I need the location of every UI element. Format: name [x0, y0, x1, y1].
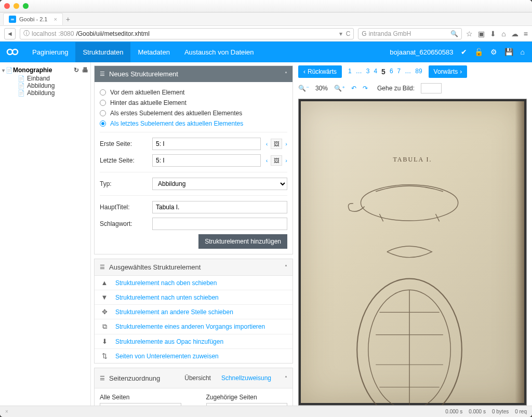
page-num[interactable]: 4	[374, 68, 377, 76]
assoc-pages-label: Zugehörige Seiten	[206, 394, 288, 403]
download-icon[interactable]: ⬇	[490, 30, 496, 38]
rotate-cw-icon[interactable]: ↷	[363, 85, 368, 92]
image-toolbar: 🔍⁻ 30% 🔍⁺ ↶ ↷ Gehe zu Bild:	[298, 78, 527, 99]
schlagwort-input[interactable]	[152, 218, 287, 230]
rotate-ccw-icon[interactable]: ↶	[351, 85, 356, 92]
browser-search[interactable]: G intranda GmbH 🔍	[358, 28, 462, 39]
haupttitel-input[interactable]	[152, 201, 287, 213]
tree-refresh-icon[interactable]: ↻	[74, 66, 79, 74]
goto-input[interactable]	[421, 83, 442, 93]
action-move-other[interactable]: ✥Strukturelement an andere Stelle schieb…	[95, 305, 292, 319]
collapse-icon[interactable]: ˄	[285, 375, 287, 381]
image-viewer[interactable]: TABULA I.	[298, 99, 527, 406]
tree-root[interactable]: ▾ 📄 Monographie ↻ 🖶	[2, 65, 88, 75]
gear-icon[interactable]: ⚙	[490, 48, 497, 56]
page-next-icon[interactable]: ›	[285, 157, 287, 164]
check-icon[interactable]: ✔	[461, 48, 467, 56]
home-icon-app[interactable]: ⌂	[521, 48, 525, 56]
page-image-icon[interactable]: 🖼	[271, 155, 282, 166]
page-image-icon[interactable]: 🖼	[271, 139, 282, 149]
nav-strukturdaten[interactable]: Strukturdaten	[75, 42, 130, 62]
first-page-label: Erste Seite:	[100, 140, 149, 147]
panel-header[interactable]: ☰ Neues Strukturelement ˄	[95, 66, 292, 82]
panel-title: Seitenzuordnung	[109, 374, 160, 382]
nav-back-button[interactable]: ◄	[4, 28, 16, 39]
radio-before[interactable]: Vor dem aktuellen Element	[100, 87, 287, 98]
reload-dropdown[interactable]: ▾ C	[339, 30, 350, 37]
add-struct-button[interactable]: Strukturelement hinzufügen	[198, 234, 287, 249]
search-engine-icon: G	[362, 30, 366, 37]
tab-close-icon[interactable]: ×	[54, 16, 57, 22]
nav-austausch[interactable]: Austausch von Dateien	[177, 42, 261, 62]
doc-icon: 📄	[6, 67, 13, 74]
down-icon: ▼	[100, 293, 109, 301]
action-move-up[interactable]: ▲Strukturelement nach oben schieben	[95, 276, 292, 290]
page-back-button[interactable]: ‹Rückwärts	[298, 65, 342, 78]
panel-header[interactable]: ☰ Seitenzuordnung Übersicht Schnellzuwei…	[95, 368, 292, 388]
star-icon[interactable]: ☆	[466, 30, 473, 38]
nav-paginierung[interactable]: Paginierung	[25, 42, 75, 62]
maximize-window-button[interactable]	[23, 3, 29, 9]
minimize-window-button[interactable]	[14, 3, 19, 9]
tree-item[interactable]: 📄Abbildung	[2, 82, 88, 89]
all-pages-label: Alle Seiten	[100, 394, 181, 403]
page-forward-button[interactable]: Vorwärts›	[429, 65, 468, 78]
radio-first-sub[interactable]: Als erstes Subelement des aktuellen Elem…	[100, 108, 287, 118]
page-num[interactable]: 7	[397, 68, 401, 76]
menu-icon[interactable]: ≡	[524, 30, 528, 38]
tree-item[interactable]: 📄Abbildung	[2, 89, 88, 97]
page-prev-icon[interactable]: ‹	[266, 141, 268, 147]
last-page-input[interactable]	[152, 154, 261, 167]
radio-after[interactable]: Hinter das aktuelle Element	[100, 98, 287, 108]
browser-tab[interactable]: ∞ Goobi - 2.1 ×	[3, 13, 63, 25]
pocket-icon[interactable]: ▣	[478, 30, 485, 38]
tree-collapse-icon[interactable]: ▾	[2, 68, 5, 73]
appbar-right: bojaanat_620650583 ✔ 🔓 ⚙ 💾 ⌂	[390, 48, 532, 56]
app-logo[interactable]	[0, 46, 25, 58]
collapse-icon[interactable]: ˄	[285, 71, 287, 77]
globe-icon: ⓘ	[23, 29, 30, 38]
app-nav: Paginierung Strukturdaten Metadaten Aust…	[25, 42, 261, 62]
tree-item[interactable]: 📄Einband	[2, 75, 88, 82]
type-select[interactable]: Abbildung	[152, 178, 287, 190]
address-bar[interactable]: ⓘ localhost:8080/Goobi/uii/metseditor.xh…	[20, 28, 354, 39]
svg-point-0	[7, 49, 12, 55]
radio-label: Hinter das aktuelle Element	[110, 99, 187, 106]
panel-header[interactable]: ☰ Ausgewähltes Strukturelement ˄	[95, 259, 292, 276]
tab-quick-assign[interactable]: Schnellzuweisung	[216, 372, 276, 384]
forms-column: ☰ Neues Strukturelement ˄ Vor dem aktuel…	[91, 62, 296, 406]
chat-icon[interactable]: ☁	[511, 30, 518, 38]
tree-print-icon[interactable]: 🖶	[82, 66, 88, 74]
assoc-pages-column: Zugehörige Seiten 1: uncounted2: uncount…	[206, 394, 288, 406]
zoom-out-icon[interactable]: 🔍⁻	[298, 85, 309, 92]
tab-overview[interactable]: Übersicht	[179, 372, 216, 384]
page-num[interactable]: 89	[415, 68, 422, 76]
page-next-icon[interactable]: ›	[285, 141, 287, 147]
page-num[interactable]: 1	[348, 68, 352, 76]
unlock-icon[interactable]: 🔓	[474, 48, 483, 56]
move-icon: ✥	[100, 308, 109, 316]
page-prev-icon[interactable]: ‹	[266, 157, 268, 164]
doc-icon: 📄	[18, 75, 25, 82]
collapse-icon[interactable]: ˄	[285, 264, 287, 270]
window-titlebar	[0, 0, 532, 12]
new-tab-button[interactable]: +	[66, 15, 70, 23]
drag-icon: ☰	[100, 375, 105, 382]
nav-metadaten[interactable]: Metadaten	[130, 42, 177, 62]
page-num[interactable]: 3	[366, 68, 370, 76]
page-num[interactable]: 6	[390, 68, 393, 76]
panel-page-assignment: ☰ Seitenzuordnung Übersicht Schnellzuwei…	[94, 368, 293, 406]
close-window-button[interactable]	[4, 3, 10, 9]
panel-title: Ausgewähltes Strukturelement	[109, 263, 201, 271]
action-assign-subpages[interactable]: ⇅Seiten von Unterelementen zuweisen	[95, 349, 292, 363]
browser-toolbar-buttons: ☆ ▣ ⬇ ⌂ ☁ ≡	[466, 30, 528, 38]
action-opac[interactable]: ⬇Strukturelemente aus Opac hinzufügen	[95, 334, 292, 349]
radio-last-sub[interactable]: Als letztes Subelement des aktuellen Ele…	[100, 118, 287, 129]
action-import[interactable]: ⧉Strukturelemente eines anderen Vorgangs…	[95, 319, 292, 334]
action-move-down[interactable]: ▼Strukturelement nach unten schieben	[95, 290, 292, 305]
status-close-icon[interactable]: ×	[5, 409, 8, 414]
first-page-input[interactable]	[152, 138, 261, 150]
save-icon[interactable]: 💾	[504, 48, 513, 56]
home-icon[interactable]: ⌂	[501, 30, 506, 38]
zoom-in-icon[interactable]: 🔍⁺	[334, 85, 345, 92]
